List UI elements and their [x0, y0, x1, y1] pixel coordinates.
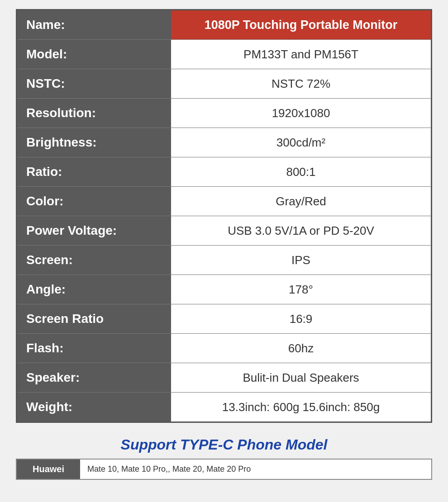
spec-row-speaker: Speaker:Bulit-in Dual Speakers	[17, 363, 431, 393]
spec-value-resolution: 1920x1080	[171, 99, 431, 128]
spec-row-power-voltage: Power Voltage:USB 3.0 5V/1A or PD 5-20V	[17, 216, 431, 246]
support-models-0: Mate 10, Mate 10 Pro,, Mate 20, Mate 20 …	[80, 459, 431, 479]
spec-value-flash: 60hz	[171, 334, 431, 363]
spec-value-name: 1080P Touching Portable Monitor	[171, 10, 431, 39]
support-table: HuaweiMate 10, Mate 10 Pro,, Mate 20, Ma…	[16, 459, 432, 480]
spec-label-screen: Screen:	[17, 246, 171, 275]
spec-row-name: Name:1080P Touching Portable Monitor	[17, 10, 431, 40]
spec-label-color: Color:	[17, 187, 171, 216]
spec-value-nstc: NSTC 72%	[171, 69, 431, 98]
spec-row-resolution: Resolution:1920x1080	[17, 99, 431, 128]
spec-row-screen: Screen:IPS	[17, 246, 431, 275]
spec-value-ratio: 800:1	[171, 157, 431, 186]
spec-row-nstc: NSTC:NSTC 72%	[17, 69, 431, 99]
spec-value-model: PM133T and PM156T	[171, 40, 431, 69]
spec-value-brightness: 300cd/m²	[171, 128, 431, 157]
spec-label-name: Name:	[17, 10, 171, 39]
spec-value-weight: 13.3inch: 600g 15.6inch: 850g	[171, 393, 431, 421]
spec-label-screen-ratio: Screen Ratio	[17, 304, 171, 333]
spec-table: Name:1080P Touching Portable MonitorMode…	[16, 9, 432, 423]
spec-value-speaker: Bulit-in Dual Speakers	[171, 363, 431, 392]
spec-value-angle: 178°	[171, 275, 431, 304]
spec-value-screen: IPS	[171, 246, 431, 275]
spec-label-speaker: Speaker:	[17, 363, 171, 392]
spec-row-model: Model:PM133T and PM156T	[17, 40, 431, 69]
spec-row-angle: Angle:178°	[17, 275, 431, 304]
spec-label-angle: Angle:	[17, 275, 171, 304]
spec-value-screen-ratio: 16:9	[171, 304, 431, 333]
spec-label-weight: Weight:	[17, 393, 171, 421]
support-row-0: HuaweiMate 10, Mate 10 Pro,, Mate 20, Ma…	[17, 459, 431, 479]
spec-row-brightness: Brightness:300cd/m²	[17, 128, 431, 157]
spec-row-flash: Flash:60hz	[17, 334, 431, 363]
spec-label-resolution: Resolution:	[17, 99, 171, 128]
spec-row-color: Color:Gray/Red	[17, 187, 431, 216]
spec-row-screen-ratio: Screen Ratio16:9	[17, 304, 431, 334]
spec-value-color: Gray/Red	[171, 187, 431, 216]
spec-label-nstc: NSTC:	[17, 69, 171, 98]
support-brand-0: Huawei	[17, 459, 80, 479]
spec-row-weight: Weight:13.3inch: 600g 15.6inch: 850g	[17, 393, 431, 421]
spec-value-power-voltage: USB 3.0 5V/1A or PD 5-20V	[171, 216, 431, 245]
spec-label-power-voltage: Power Voltage:	[17, 216, 171, 245]
spec-label-flash: Flash:	[17, 334, 171, 363]
spec-label-brightness: Brightness:	[17, 128, 171, 157]
spec-label-ratio: Ratio:	[17, 157, 171, 186]
spec-row-ratio: Ratio:800:1	[17, 157, 431, 187]
spec-label-model: Model:	[17, 40, 171, 69]
support-title: Support TYPE-C Phone Model	[121, 436, 328, 453]
